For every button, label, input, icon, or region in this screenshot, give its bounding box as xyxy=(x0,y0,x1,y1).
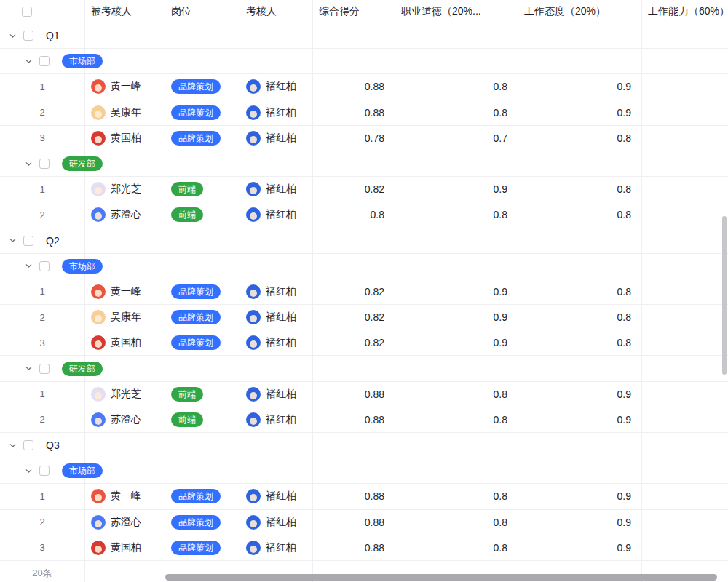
chevron-down-icon[interactable] xyxy=(25,467,33,475)
chevron-down-icon[interactable] xyxy=(9,32,17,40)
table-row[interactable]: 3黄国柏品牌策划褚红柏0.780.70.8 xyxy=(0,126,728,151)
assessee-name: 黄国柏 xyxy=(111,541,141,554)
chevron-down-icon[interactable] xyxy=(9,236,17,244)
avatar xyxy=(246,335,261,350)
group-label: Q1 xyxy=(46,30,60,41)
group-row-quarter[interactable]: Q1 xyxy=(0,23,728,49)
cell: Q2 xyxy=(0,228,85,253)
assessee-name: 吴康年 xyxy=(111,106,141,119)
avatar xyxy=(91,79,106,94)
table-row[interactable]: 2苏澄心前端褚红柏0.80.80.8 xyxy=(0,202,728,228)
cell: 褚红柏 xyxy=(240,382,313,407)
group-row-department[interactable]: 研发部 xyxy=(0,151,728,177)
group-row-quarter[interactable]: Q2 xyxy=(0,228,728,254)
row-index: 1 xyxy=(6,491,79,502)
chevron-down-icon[interactable] xyxy=(25,364,33,372)
cell: 苏澄心 xyxy=(85,510,165,535)
avatar xyxy=(246,310,261,324)
cell xyxy=(518,151,642,176)
table-row[interactable]: 1黄一峰品牌策划褚红柏0.880.80.9 xyxy=(0,484,728,509)
cell xyxy=(642,305,728,330)
cell xyxy=(313,228,395,253)
table-row[interactable]: 2苏澄心品牌策划褚红柏0.880.80.9 xyxy=(0,510,728,535)
table-row[interactable]: 1郑光芝前端褚红柏0.880.80.9 xyxy=(0,382,728,407)
cell: 0.88 xyxy=(313,74,395,99)
cell xyxy=(518,228,642,253)
column-header-ability[interactable]: 工作能力（60%） xyxy=(642,0,728,23)
row-checkbox[interactable] xyxy=(39,364,50,374)
cell: 0.8 xyxy=(518,330,642,355)
cell xyxy=(642,126,728,151)
group-row-department[interactable]: 市场部 xyxy=(0,458,728,484)
row-index: 1 xyxy=(6,388,79,399)
cell xyxy=(642,100,728,125)
group-row-quarter[interactable]: Q3 xyxy=(0,433,728,458)
cell: 品牌策划 xyxy=(165,510,240,535)
cell: 郑光芝 xyxy=(85,177,165,202)
ethics-value: 0.8 xyxy=(494,542,507,554)
table-row[interactable]: 2吴康年品牌策划褚红柏0.880.80.9 xyxy=(0,100,728,126)
avatar xyxy=(91,387,106,402)
row-checkbox[interactable] xyxy=(39,159,50,169)
avatar xyxy=(91,284,106,299)
group-row-department[interactable]: 研发部 xyxy=(0,356,728,381)
table-row[interactable]: 1黄一峰品牌策划褚红柏0.880.80.9 xyxy=(0,74,728,100)
ethics-value: 0.9 xyxy=(494,286,507,298)
chevron-down-icon[interactable] xyxy=(25,160,33,168)
column-header-position[interactable]: 岗位 xyxy=(165,0,240,23)
select-all-checkbox[interactable] xyxy=(22,7,32,17)
cell: 0.8 xyxy=(395,484,518,509)
row-checkbox[interactable] xyxy=(39,466,50,476)
row-checkbox[interactable] xyxy=(39,261,50,271)
score-value: 0.82 xyxy=(365,183,384,195)
cell: 前端 xyxy=(165,177,240,202)
avatar xyxy=(91,310,106,324)
avatar xyxy=(246,412,261,427)
column-header-attitude[interactable]: 工作态度（20%） xyxy=(518,0,642,23)
table-header: 被考核人 岗位 考核人 综合得分 职业道德（20%... 工作态度（20%） 工… xyxy=(0,0,728,23)
cell: 吴康年 xyxy=(85,305,165,330)
table-row[interactable]: 1黄一峰品牌策划褚红柏0.820.90.8 xyxy=(0,279,728,305)
table-row[interactable]: 3黄国柏品牌策划褚红柏0.880.80.9 xyxy=(0,535,728,561)
assessee-name: 苏澄心 xyxy=(111,208,141,221)
score-value: 0.82 xyxy=(365,337,384,348)
assessor-name: 褚红柏 xyxy=(266,490,296,503)
horizontal-scrollbar[interactable] xyxy=(165,574,717,581)
row-index: 1 xyxy=(6,184,79,195)
vertical-scrollbar[interactable] xyxy=(722,216,727,375)
row-checkbox[interactable] xyxy=(23,31,33,41)
column-header-score[interactable]: 综合得分 xyxy=(313,0,395,23)
score-value: 0.88 xyxy=(365,542,384,554)
record-count: 20条 xyxy=(6,567,79,580)
cell xyxy=(642,151,728,176)
position-tag: 品牌策划 xyxy=(171,79,221,94)
row-checkbox[interactable] xyxy=(39,56,50,66)
table-row[interactable]: 3黄国柏品牌策划褚红柏0.820.90.8 xyxy=(0,330,728,356)
row-checkbox[interactable] xyxy=(23,236,33,246)
table-row[interactable]: 2苏澄心前端褚红柏0.880.80.9 xyxy=(0,407,728,433)
chevron-down-icon[interactable] xyxy=(25,262,33,270)
cell: 1 xyxy=(0,279,85,304)
column-header-ethics[interactable]: 职业道德（20%... xyxy=(395,0,518,23)
cell: 0.8 xyxy=(518,279,642,304)
ethics-value: 0.8 xyxy=(494,490,507,502)
cell xyxy=(313,49,395,73)
cell: 0.8 xyxy=(313,202,395,227)
position-tag: 品牌策划 xyxy=(171,489,221,503)
avatar xyxy=(91,541,106,555)
table-row[interactable]: 2吴康年品牌策划褚红柏0.820.90.8 xyxy=(0,305,728,330)
position-tag: 品牌策划 xyxy=(171,105,221,120)
ethics-value: 0.7 xyxy=(494,132,507,144)
table-row[interactable]: 1郑光芝前端褚红柏0.820.90.8 xyxy=(0,177,728,202)
cell: 3 xyxy=(0,535,85,560)
group-row-department[interactable]: 市场部 xyxy=(0,49,728,74)
column-header-assessee[interactable]: 被考核人 xyxy=(85,0,165,23)
row-checkbox[interactable] xyxy=(23,440,33,450)
cell: 1 xyxy=(0,74,85,99)
cell xyxy=(165,254,240,279)
chevron-down-icon[interactable] xyxy=(9,442,17,450)
chevron-down-icon[interactable] xyxy=(25,57,33,65)
column-header-assessor[interactable]: 考核人 xyxy=(240,0,313,23)
cell xyxy=(518,356,642,380)
group-row-department[interactable]: 市场部 xyxy=(0,254,728,279)
